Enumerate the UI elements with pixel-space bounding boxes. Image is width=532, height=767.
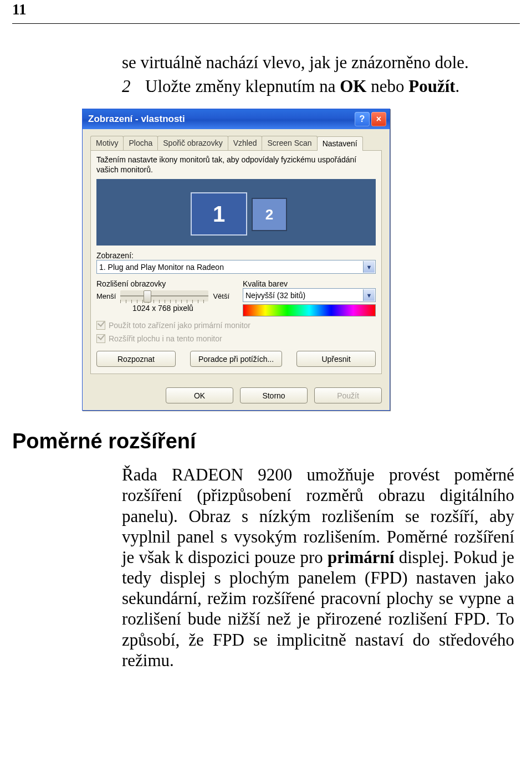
chevron-down-icon: ▼	[363, 289, 375, 301]
apply-label: Použít	[408, 76, 455, 96]
identify-button[interactable]: Rozpoznat	[96, 351, 176, 367]
chevron-down-icon: ▼	[363, 261, 375, 273]
body-paragraph: Řada RADEON 9200 umožňuje provést poměrn…	[122, 464, 514, 671]
divider	[12, 23, 520, 24]
troubleshoot-button[interactable]: Poradce při potížích...	[190, 351, 282, 367]
section-heading: Poměrné rozšíření	[12, 429, 532, 453]
display-select[interactable]: 1. Plug and Play Monitor na Radeon ▼	[96, 260, 376, 274]
step-text-end: .	[456, 76, 460, 96]
primary-monitor-checkbox: Použít toto zařízení jako primární monit…	[96, 321, 376, 330]
tab-motivy[interactable]: Motivy	[90, 136, 124, 150]
step-text-prefix: Uložte změny klepnutím na	[145, 76, 340, 96]
tab-plocha[interactable]: Plocha	[123, 136, 158, 150]
checkbox-icon	[96, 334, 105, 343]
cancel-button[interactable]: Storno	[240, 387, 308, 403]
hint-text: Tažením nastavte ikony monitorů tak, aby…	[96, 155, 376, 175]
ok-label: OK	[340, 76, 366, 96]
advanced-button[interactable]: Upřesnit	[296, 351, 376, 367]
step-text-mid: nebo	[366, 76, 408, 96]
tab-screenscan[interactable]: Screen Scan	[262, 136, 317, 150]
slider-low-label: Menší	[96, 292, 116, 300]
intro-line-1: se virtuálně nachází vlevo, jak je znázo…	[122, 53, 514, 73]
help-button[interactable]: ?	[355, 112, 370, 126]
display-properties-dialog: Zobrazení - vlastnosti ? × Motivy Plocha…	[82, 109, 532, 411]
monitor-2[interactable]: 2	[252, 198, 287, 231]
resolution-value: 1024 x 768 pixelů	[96, 304, 229, 313]
slider-thumb[interactable]	[144, 290, 151, 303]
body-bold-primární: primární	[328, 548, 395, 567]
display-select-value: 1. Plug and Play Monitor na Radeon	[99, 263, 224, 272]
color-label: Kvalita barev	[243, 279, 376, 288]
color-quality-select[interactable]: Nejvyšší (32 bitů) ▼	[243, 288, 376, 302]
monitor-1[interactable]: 1	[191, 192, 247, 236]
monitor-arena[interactable]: 1 2	[96, 179, 376, 246]
checkbox-icon	[96, 321, 105, 330]
tab-sporic[interactable]: Spořič obrazovky	[157, 136, 228, 150]
step-number-2: 2	[122, 76, 145, 97]
color-spectrum	[243, 304, 376, 316]
page-number: 11	[12, 1, 27, 18]
slider-high-label: Větší	[213, 292, 229, 300]
extend-desktop-checkbox-label: Rozšířit plochu i na tento monitor	[109, 334, 222, 343]
close-button[interactable]: ×	[371, 112, 386, 126]
color-quality-value: Nejvyšší (32 bitů)	[245, 291, 305, 300]
resolution-label: Rozlišení obrazovky	[96, 279, 229, 288]
tabstrip: Motivy Plocha Spořič obrazovky Vzhled Sc…	[90, 136, 382, 151]
primary-monitor-checkbox-label: Použít toto zařízení jako primární monit…	[109, 321, 250, 330]
resolution-slider[interactable]	[120, 290, 208, 301]
tab-vzhled[interactable]: Vzhled	[228, 136, 263, 150]
ok-button[interactable]: OK	[166, 387, 233, 403]
tab-nastaveni[interactable]: Nastavení	[317, 136, 363, 151]
extend-desktop-checkbox: Rozšířit plochu i na tento monitor	[96, 334, 376, 343]
dialog-title: Zobrazení - vlastnosti	[88, 114, 353, 125]
display-label: Zobrazení:	[96, 251, 376, 260]
apply-button: Použít	[314, 387, 382, 403]
